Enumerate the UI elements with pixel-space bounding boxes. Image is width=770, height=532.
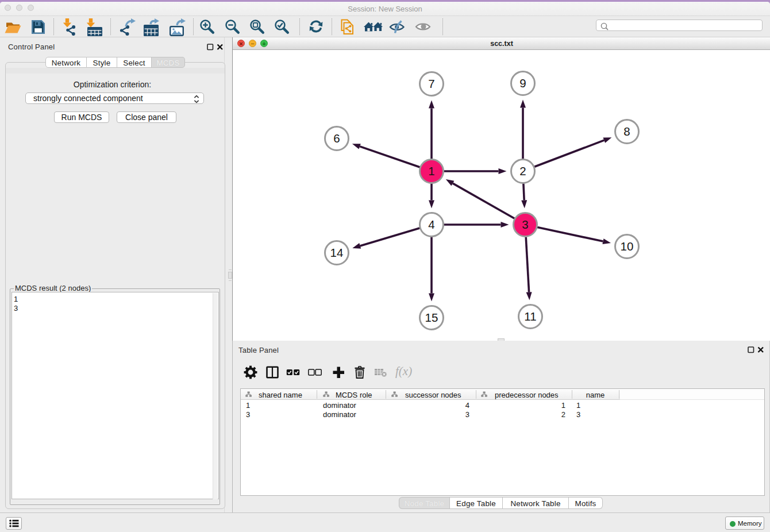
svg-text:14: 14: [330, 246, 344, 259]
svg-text:7: 7: [428, 77, 434, 90]
svg-text:8: 8: [623, 125, 630, 138]
svg-text:1: 1: [428, 164, 434, 178]
svg-text:10: 10: [621, 240, 634, 253]
svg-text:6: 6: [333, 132, 340, 145]
svg-text:3: 3: [522, 218, 528, 231]
svg-text:9: 9: [519, 76, 526, 90]
svg-text:4: 4: [428, 218, 434, 231]
svg-text:15: 15: [425, 311, 438, 324]
svg-text:11: 11: [524, 310, 536, 323]
svg-text:2: 2: [519, 164, 526, 178]
